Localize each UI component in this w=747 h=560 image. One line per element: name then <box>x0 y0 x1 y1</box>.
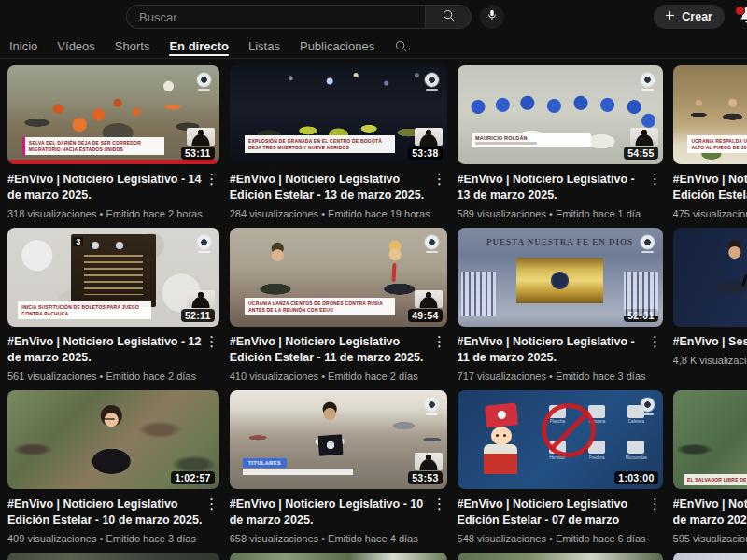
video-title[interactable]: #EnVivo | Noticiero Legislativo - 11 de … <box>458 334 646 366</box>
video-title[interactable]: #EnVivo | Noticiero Legislativo - 14 de … <box>7 172 203 203</box>
thumbnail-panel-number: 3 <box>73 237 83 246</box>
video-card[interactable]: MAURICIO ROLDÁN 54:55 #EnVivo | Noticier… <box>458 65 663 220</box>
tab-videos[interactable]: Vídeos <box>57 34 94 58</box>
video-card[interactable]: PUESTA NUESTRA FE EN DIOS 52:01 #EnVivo … <box>458 228 663 383</box>
video-thumbnail[interactable]: EL SALVADOR LIBRE DE LA VIOLENCIA HOMICI… <box>673 390 747 489</box>
search-button[interactable] <box>425 5 472 29</box>
thumbnail-label: TITULARES <box>243 458 287 468</box>
video-meta: 4,8 K visualizaciones • Emitido hace 3 d… <box>673 355 747 367</box>
video-title[interactable]: #EnVivo | Noticiero Legislativo - 13 de … <box>458 172 646 203</box>
tab-inicio[interactable]: Inicio <box>9 34 37 58</box>
badge-stack: 53:11 <box>181 128 215 160</box>
thumbnail-label-group: TITULARES <box>243 452 353 475</box>
video-card[interactable]: UCRANIA LANZA CIENTOS DE DRONES CONTRA R… <box>230 228 447 383</box>
video-thumbnail[interactable]: MAURICIO ROLDÁN 54:55 <box>458 65 663 164</box>
video-thumbnail[interactable]: UCRANIA LANZA CIENTOS DE DRONES CONTRA R… <box>230 228 447 327</box>
video-card[interactable]: 1:02:57 #EnVivo | Noticiero Legislativo … <box>7 390 219 545</box>
video-card[interactable]: Plancha Vaporera Cafetera Hervidor Freid… <box>458 390 663 545</box>
create-button[interactable]: Crear <box>654 5 725 29</box>
video-meta: 561 visualizaciones • Emitido hace 2 día… <box>7 371 203 383</box>
thumbnail-emblem-panel <box>516 258 602 303</box>
video-title[interactable]: #EnVivo | Noticiero Legislativo Edición … <box>7 497 203 528</box>
thumbnail-red-strip <box>7 160 219 164</box>
video-thumbnail-partial[interactable] <box>673 553 747 560</box>
badge-stack: 52:11 <box>181 290 215 322</box>
kebab-menu-icon[interactable]: ⋮ <box>204 497 219 545</box>
tab-listas[interactable]: Listas <box>248 34 280 58</box>
video-card[interactable]: 1:17:11 #EnVivo | Sesión Plenaria N° 47 … <box>673 228 747 383</box>
video-card[interactable]: TITULARES 53:53 #EnVivo | Noticiero Legi… <box>230 390 447 545</box>
appliance-icon <box>627 441 644 454</box>
channel-watermark-icon <box>197 73 211 87</box>
video-thumbnail[interactable]: TITULARES 53:53 <box>230 390 447 489</box>
bell-icon <box>736 14 747 30</box>
kebab-menu-icon[interactable]: ⋮ <box>432 334 447 383</box>
video-duration-badge: 52:01 <box>624 309 657 322</box>
video-card[interactable]: SELVA DEL DARIÉN DEJA DE SER CORREDOR MI… <box>7 65 219 220</box>
thumbnail-caption: SELVA DEL DARIÉN DEJA DE SER CORREDOR MI… <box>22 137 164 155</box>
sign-interpreter-box <box>415 290 443 308</box>
channel-watermark-icon <box>425 73 439 87</box>
search-field[interactable] <box>126 5 425 29</box>
channel-search-icon[interactable] <box>394 39 408 53</box>
video-title[interactable]: #EnVivo | Noticiero Legislativo Edición … <box>673 172 747 203</box>
thumbnail-caption: UCRANIA RESPALDA UNA PROPUESTA DE EE. UU… <box>687 135 747 153</box>
video-title[interactable]: #EnVivo | Noticiero Legislativo Edición … <box>230 172 430 203</box>
video-thumbnail[interactable]: Plancha Vaporera Cafetera Hervidor Freid… <box>458 390 663 489</box>
mascot-face <box>491 427 512 445</box>
video-duration-badge: 52:11 <box>181 309 215 322</box>
badge-stack: 54:55 <box>624 128 657 160</box>
video-thumbnail[interactable]: PUESTA NUESTRA FE EN DIOS 52:01 <box>458 228 663 327</box>
video-title[interactable]: #EnVivo | Sesión Plenaria N° 47 💪 <box>673 334 747 350</box>
video-thumbnail-partial[interactable] <box>230 553 447 560</box>
badge-stack: 52:01 <box>624 309 657 322</box>
badge-stack: 53:38 <box>408 128 442 160</box>
notifications-button[interactable] <box>736 5 747 29</box>
video-card[interactable]: 3 INICIA SUSTITUCIÓN DE BOLETOS PARA JUE… <box>7 228 219 383</box>
video-card[interactable]: EXPLOSIÓN DE GRANADA EN EL CENTRO DE BOG… <box>230 65 447 220</box>
sign-interpreter-box <box>187 290 215 308</box>
kebab-menu-icon[interactable]: ⋮ <box>204 334 219 383</box>
kebab-menu-icon[interactable]: ⋮ <box>648 172 663 220</box>
video-title[interactable]: #EnVivo | Noticiero Legislativo Edición … <box>230 334 430 366</box>
tab-publicaciones[interactable]: Publicaciones <box>300 34 374 58</box>
video-thumbnail[interactable]: SELVA DEL DARIÉN DEJA DE SER CORREDOR MI… <box>7 65 219 164</box>
video-meta: 595 visualizaciones • Emitido hace 7 día… <box>673 533 747 545</box>
tab-shorts[interactable]: Shorts <box>115 34 150 58</box>
channel-watermark-icon <box>641 73 655 87</box>
video-thumbnail[interactable]: 3 INICIA SUSTITUCIÓN DE BOLETOS PARA JUE… <box>7 228 219 327</box>
search-bar[interactable] <box>126 5 472 29</box>
kebab-menu-icon[interactable]: ⋮ <box>648 334 663 383</box>
search-input[interactable] <box>139 10 425 24</box>
video-meta: 318 visualizaciones • Emitido hace 2 hor… <box>7 208 203 220</box>
video-meta: 658 visualizaciones • Emitido hace 4 día… <box>230 533 430 545</box>
video-card[interactable]: EL SALVADOR LIBRE DE LA VIOLENCIA HOMICI… <box>673 390 747 545</box>
voice-search-button[interactable] <box>480 5 504 29</box>
badge-stack: 49:54 <box>408 290 442 322</box>
tab-en-directo[interactable]: En directo <box>169 34 229 58</box>
video-duration-badge: 1:03:00 <box>614 471 657 484</box>
sign-interpreter-box <box>630 128 658 146</box>
kebab-menu-icon[interactable]: ⋮ <box>432 172 447 220</box>
plus-icon <box>663 8 677 25</box>
video-title[interactable]: #EnVivo | Noticiero Legislativo - 07 de … <box>673 497 747 528</box>
video-thumbnail[interactable]: EXPLOSIÓN DE GRANADA EN EL CENTRO DE BOG… <box>230 65 447 164</box>
video-thumbnail-partial[interactable] <box>458 553 663 560</box>
cartoon-mascot <box>473 404 535 482</box>
video-title[interactable]: #EnVivo | Noticiero Legislativo Edición … <box>458 497 646 528</box>
name-tag-subtitle-bar <box>475 142 537 145</box>
microphone-icon <box>486 8 499 25</box>
video-title[interactable]: #EnVivo | Noticiero Legislativo - 12 de … <box>7 334 203 366</box>
video-card[interactable]: UCRANIA RESPALDA UNA PROPUESTA DE EE. UU… <box>673 65 747 220</box>
kebab-menu-icon[interactable]: ⋮ <box>432 497 447 545</box>
thumbnail-label-bar <box>243 469 353 475</box>
video-thumbnail[interactable]: 1:02:57 <box>7 390 219 489</box>
kebab-menu-icon[interactable]: ⋮ <box>648 497 663 545</box>
video-duration-badge: 49:54 <box>408 309 442 322</box>
video-duration-badge: 53:11 <box>181 147 215 160</box>
video-thumbnail-partial[interactable] <box>7 553 219 560</box>
video-title[interactable]: #EnVivo | Noticiero Legislativo - 10 de … <box>230 497 430 528</box>
video-thumbnail[interactable]: 1:17:11 <box>673 228 747 327</box>
kebab-menu-icon[interactable]: ⋮ <box>204 172 219 220</box>
video-thumbnail[interactable]: UCRANIA RESPALDA UNA PROPUESTA DE EE. UU… <box>673 65 747 164</box>
